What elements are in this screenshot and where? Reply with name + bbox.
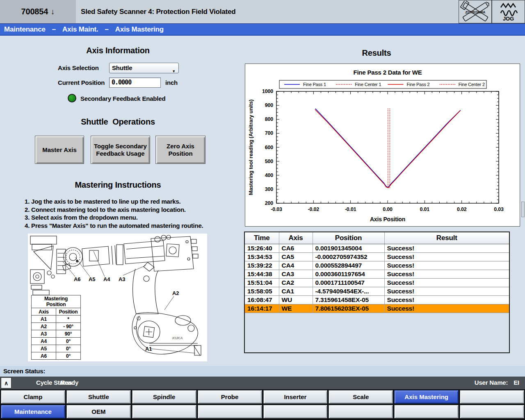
table-row[interactable]: 15:51:04CA20.0001711100547Success! (245, 278, 509, 287)
secondary-feedback-label: Secondary Feedback Enabled (80, 95, 165, 102)
hmi-screen: 700854 ↓ Sled Safety Scanner 4: Protecti… (0, 0, 525, 420)
axis-selection-dropdown[interactable]: Shuttle ▼ (109, 63, 179, 73)
chart-scrollbar-nub[interactable] (521, 202, 525, 217)
svg-text:Fine Pass 2: Fine Pass 2 (407, 82, 430, 87)
cycle-status-bar: ∧ Cycle Status: Ready User Name: EI (0, 377, 525, 389)
kuka-brand-text: KUKA (172, 336, 183, 340)
user-name-value: EI (514, 379, 519, 386)
current-position-label: Current Position (58, 79, 105, 86)
svg-text:500: 500 (265, 159, 274, 164)
screen-status-bar: Screen Status: (0, 366, 525, 377)
menu-clamp[interactable]: Clamp (1, 390, 65, 404)
svg-text:900: 900 (265, 102, 274, 108)
svg-text:-0.01: -0.01 (345, 207, 356, 212)
top-icons: ECTROIMPA JOG (459, 0, 525, 23)
mastering-table-row: A2- 90° (32, 323, 81, 330)
mastering-table-row: A50° (32, 345, 81, 352)
alarm-bar: 700854 ↓ Sled Safety Scanner 4: Protecti… (0, 0, 525, 23)
breadcrumb-item: Maintenance (4, 25, 46, 34)
svg-text:800: 800 (265, 116, 274, 122)
results-column-header: Result (384, 232, 509, 244)
menu-empty[interactable] (394, 405, 459, 418)
table-row[interactable]: 15:39:22CA40.000552894497Success! (245, 261, 509, 270)
breadcrumb-item: Axis Maint. (62, 25, 98, 34)
mastering-table-title: Mastering Position (32, 295, 81, 308)
mastering-chart: Fine Pass 2 Data for WEFine Pass 1Fine C… (245, 64, 520, 227)
alarm-message: Sled Safety Scanner 4: Protection Field … (81, 0, 235, 23)
svg-text:Fine Center 2: Fine Center 2 (459, 82, 485, 87)
alarm-number-box[interactable]: 700854 ↓ (0, 0, 76, 23)
toggle-secondary-feedback-button[interactable]: Toggle Secondary Feedback Usage (91, 136, 150, 164)
mastering-table-header: Position (56, 308, 81, 316)
collapse-menu-button[interactable]: ∧ (1, 377, 11, 388)
menu-empty[interactable] (460, 405, 524, 418)
robot-axis-label: A2 (172, 290, 179, 296)
svg-text:200: 200 (265, 200, 274, 206)
robot-diagram: KUKA A6A5A4A3A2A1 Mastering PositionAxis… (28, 234, 207, 361)
table-row[interactable]: 15:26:40CA60.001901345004Success! (245, 244, 509, 252)
breadcrumb: Maintenance–Axis Maint.–Axis Mastering (0, 23, 525, 36)
results-column-header: Time (245, 232, 279, 244)
mastering-instructions-list: 1. Jog the axis to be mastered to line u… (25, 198, 221, 229)
table-row[interactable]: 16:14:17WE7.806156203EX-05Success! (245, 304, 509, 313)
current-position-field[interactable]: 0.0000 (109, 77, 161, 88)
table-row[interactable]: 15:58:05CA1-4.579409454EX-...Success! (245, 287, 509, 295)
zero-axis-position-button[interactable]: Zero Axis Position (155, 136, 205, 164)
menu-shuttle[interactable]: Shuttle (66, 390, 131, 404)
svg-text:0.01: 0.01 (420, 207, 430, 212)
mastering-table-row: A1* (32, 316, 81, 323)
svg-text:300: 300 (265, 186, 274, 192)
instruction-step: 2. Connect mastering tool to the axis ma… (25, 206, 221, 214)
robot-axis-label: A6 (74, 276, 80, 282)
instruction-step: 1. Jog the axis to be mastered to line u… (25, 198, 221, 206)
menu-empty[interactable] (198, 405, 262, 418)
menu-empty[interactable] (460, 390, 524, 404)
jog-mode-button[interactable]: JOG (492, 0, 525, 23)
bottom-menu: ClampShuttleSpindleProbeInserterScaleAxi… (0, 389, 525, 420)
menu-empty[interactable] (132, 405, 196, 418)
master-axis-button[interactable]: Master Axis (35, 136, 84, 164)
svg-text:Fine Center 1: Fine Center 1 (355, 82, 381, 87)
svg-text:Axis Position: Axis Position (370, 216, 405, 222)
mastering-position-table: Mastering PositionAxisPositionA1*A2- 90°… (31, 295, 81, 360)
menu-scale[interactable]: Scale (329, 390, 393, 404)
robot-axis-label: A4 (103, 276, 110, 282)
operations-title: Shuttle Operations (0, 117, 236, 127)
table-row[interactable]: 15:34:53CA5-0.0002705974352Success! (245, 252, 509, 261)
menu-empty[interactable] (329, 405, 393, 418)
menu-oem[interactable]: OEM (66, 405, 131, 418)
table-row[interactable]: 16:08:47WU7.315961458EX-05Success! (245, 295, 509, 304)
mastering-table-row: A390° (32, 330, 81, 338)
position-unit-label: inch (165, 79, 178, 86)
chevron-down-icon: ▼ (172, 66, 176, 76)
logo-text: ECTROIMPA (465, 10, 485, 14)
menu-probe[interactable]: Probe (198, 390, 262, 404)
cycle-status-value: Ready (60, 379, 78, 386)
robot-axis-label: A3 (119, 276, 125, 282)
jog-label: JOG (503, 16, 514, 21)
svg-text:-0.02: -0.02 (308, 207, 320, 212)
mastering-table-header: Axis (32, 308, 56, 316)
electroimpact-logo-button[interactable]: ECTROIMPA (459, 0, 492, 23)
axis-information-title: Axis Information (0, 46, 236, 55)
menu-axis-mastering[interactable]: Axis Mastering (394, 390, 459, 404)
menu-inserter[interactable]: Inserter (263, 390, 328, 404)
svg-text:0.02: 0.02 (457, 207, 467, 212)
table-row[interactable]: 15:44:38CA30.0003601197654Success! (245, 270, 509, 278)
menu-empty[interactable] (263, 405, 328, 418)
svg-text:Fine Pass 1: Fine Pass 1 (303, 82, 326, 87)
secondary-feedback-led (68, 94, 76, 102)
results-column-header: Position (313, 232, 384, 244)
alarm-number: 700854 (21, 7, 48, 16)
results-title: Results (230, 48, 523, 58)
svg-text:700: 700 (265, 130, 274, 136)
svg-text:Fine Pass 2 Data for WE: Fine Pass 2 Data for WE (353, 69, 422, 76)
menu-maintenance[interactable]: Maintenance (1, 405, 65, 418)
menu-spindle[interactable]: Spindle (132, 390, 196, 404)
alarm-dropdown-arrow-icon[interactable]: ↓ (51, 7, 55, 16)
axis-selection-value: Shuttle (112, 64, 132, 71)
breadcrumb-item: Axis Mastering (115, 25, 164, 34)
svg-text:0.03: 0.03 (494, 207, 504, 212)
svg-text:-0.03: -0.03 (271, 207, 282, 212)
svg-text:1000: 1000 (262, 89, 273, 94)
